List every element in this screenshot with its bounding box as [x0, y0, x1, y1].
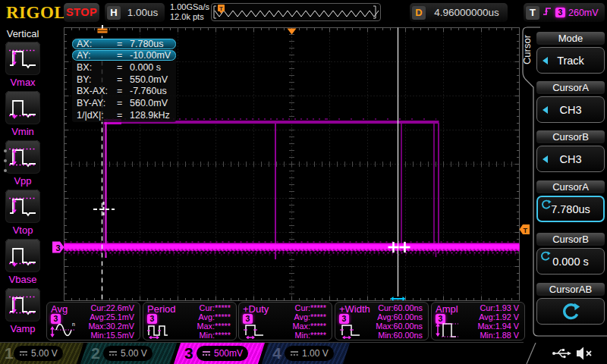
vbase-icon [8, 241, 38, 273]
cursor-readout-value: -10.00mV [130, 50, 171, 61]
cursor-readout-row: BY:=550.0mV [72, 74, 176, 86]
menu-button-cursorb[interactable]: 0.000 s [536, 248, 605, 275]
measurement-value: 60.00ns [394, 312, 423, 322]
delay-label: D [412, 6, 426, 20]
waveform-position-preview[interactable]: T [211, 3, 381, 21]
vertical-menu-item-vtop[interactable] [5, 190, 40, 223]
dial-icon [540, 251, 551, 263]
vertical-menu-item-label: Vamp [0, 323, 46, 334]
sample-rate-info: 1.00GSa/s 12.0k pts [170, 2, 209, 22]
select-arrow-icon [543, 155, 548, 163]
trigger-delay-value: 4.96000000us [426, 7, 508, 18]
channel-scale-value: 5.00 V [31, 348, 58, 359]
rigol-logo: RIGOL [6, 3, 66, 23]
dial-icon [541, 199, 552, 212]
svg-text:3: 3 [56, 243, 61, 253]
menu-button-value: CH3 [559, 104, 581, 116]
scroll-indicator-dot [4, 159, 7, 162]
cursor-readout-row: BX-AX:=-7.760us [72, 85, 176, 97]
trigger-position-marker[interactable] [288, 29, 297, 35]
measurement-value: 60.00ns [394, 322, 423, 331]
measurement-row: Min:***** [197, 331, 231, 340]
measurement-value: ***** [215, 331, 231, 340]
menu-button-cursorab[interactable] [536, 298, 605, 325]
vertical-menu-item-label: Vtop [0, 224, 46, 236]
menu-button-value: 7.780us [551, 203, 590, 215]
svg-text:n: n [72, 322, 75, 327]
cursor-readout-label: AX: [77, 39, 117, 49]
vertical-menu-item-label: Vmin [0, 126, 46, 137]
menu-button-cursora[interactable]: 7.780us [536, 196, 605, 222]
measurement-value: 60.00ns [394, 303, 423, 312]
menu-button-cursorb[interactable]: CH3 [536, 146, 605, 172]
measurement-value: ***** [215, 303, 231, 312]
channel-tab-1[interactable]: 15.00 V [0, 343, 83, 364]
channel-scale-value: 1.00 V [302, 348, 329, 359]
vmin-icon [8, 93, 38, 125]
horizontal-scale-value: 1.00us [121, 7, 165, 18]
vertical-menu-item-vpp[interactable] [5, 140, 40, 174]
horizontal-scale-box[interactable]: H 1.00us [105, 3, 165, 22]
cursor-readout-value: -7.760us [130, 86, 167, 96]
measurement-value: ***** [215, 312, 231, 322]
trigger-delay-box[interactable]: D 4.96000000us [410, 3, 508, 22]
menu-button-value: Track [557, 55, 584, 67]
coupling-dc-icon [19, 350, 28, 357]
channel-tab-3[interactable]: 3500mV [174, 343, 265, 364]
measurement-panel-period[interactable]: Period3Cur:*****Avg:*****Max:*****Min:**… [143, 302, 237, 340]
menu-group-title: CursorB [536, 233, 605, 246]
acquisition-status-button[interactable]: STOP [64, 3, 99, 22]
measurement-value: 1.92 V [495, 312, 519, 322]
cursor-a-top-marker [98, 25, 108, 33]
vmax-icon [8, 44, 38, 76]
menu-group-title: CursorA [536, 180, 605, 193]
measurement-value: ***** [310, 303, 326, 312]
measurement-name: Period [147, 303, 176, 315]
trigger-source-badge: 3 [555, 8, 565, 17]
select-arrow-icon [543, 106, 548, 114]
measurement-panel-width[interactable]: +Width3Cur:60.00nsAvg:60.00nsMax:60.00ns… [335, 302, 429, 340]
menu-button-mode[interactable]: Track [536, 47, 605, 74]
measurement-panel-ampl[interactable]: Ampl3Cur:1.93 VAvg:1.92 VMax:1.94 VMin:1… [431, 302, 525, 340]
cursor-readout-row: BX:=0.000 s [72, 61, 176, 74]
measurement-name: Ampl [436, 303, 458, 315]
vertical-menu-item-vmin[interactable] [5, 91, 40, 124]
scroll-indicator-dot [4, 149, 7, 152]
svg-text:T: T [219, 5, 223, 12]
vertical-menu-item-label: Vmax [0, 77, 46, 88]
vertical-menu-item-vbase[interactable] [5, 239, 40, 272]
vtop-icon [8, 192, 38, 224]
measurement-row: Min:***** [293, 331, 326, 340]
speaker-muted-icon [577, 347, 591, 360]
channel-tab-4[interactable]: 41.00 V [262, 343, 350, 364]
channel-tab-2[interactable]: 25.00 V [80, 343, 177, 364]
measurement-name: +Duty [243, 303, 269, 315]
menu-group-title: CursorA [536, 81, 605, 94]
measurement-value: 60.00ns [394, 331, 423, 340]
measurement-panel-duty[interactable]: +Duty3Cur:*****Avg:*****Max:*****Min:***… [238, 302, 332, 340]
coupling-dc-icon [202, 350, 211, 357]
vertical-menu-item-vmax[interactable] [5, 42, 40, 75]
usb-icon [552, 349, 571, 358]
trigger-info-box[interactable]: T 3 260mV [524, 3, 605, 22]
cursor-menu-tab: Cursor [521, 35, 533, 64]
vertical-menu-item-vamp[interactable] [5, 288, 40, 322]
channel-number: 3 [184, 343, 193, 364]
measurement-value: ***** [310, 322, 326, 331]
measurement-value: 1.93 V [495, 303, 519, 312]
channel-3-position-marker[interactable]: 3 [52, 242, 64, 253]
cursor-readout-label: BX: [77, 62, 117, 73]
coupling-dc-icon [290, 350, 299, 357]
cursor-readout-label: BX-AX: [77, 86, 117, 96]
cursor-readout-value: 7.780us [130, 39, 163, 49]
trigger-label: T [526, 6, 539, 20]
sample-rate: 1.00GSa/s [170, 2, 209, 12]
measurement-value: 1.94 V [495, 322, 519, 331]
cursor-readout-label: 1/|dX|: [77, 110, 117, 121]
vertical-menu-item-label: Vpp [0, 175, 46, 187]
measurement-value: 30.2mV [106, 322, 134, 331]
vamp-icon [8, 290, 38, 322]
menu-group-title: Mode [536, 32, 605, 45]
measurement-panel-avg[interactable]: Avg3nCur:22.6mVAvg:25.1mVMax:30.2mVMin:1… [46, 302, 140, 340]
menu-button-cursora[interactable]: CH3 [536, 96, 605, 123]
